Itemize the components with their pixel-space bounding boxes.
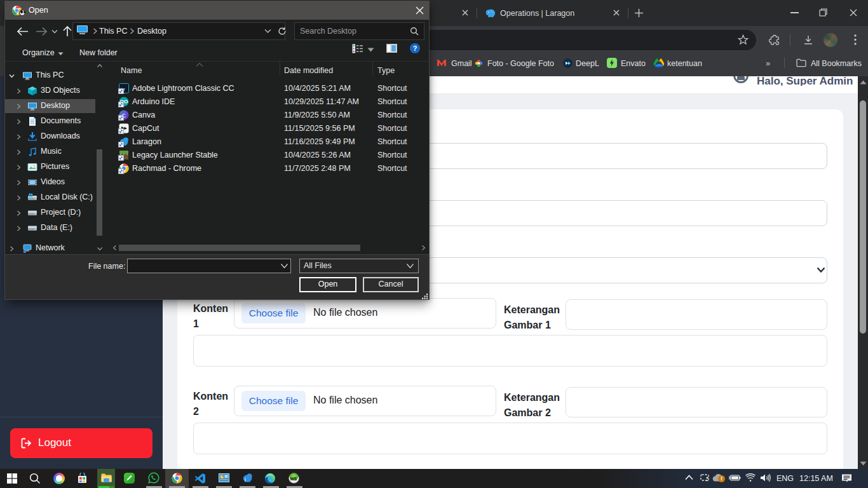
svg-text:HS: HS: [290, 476, 297, 482]
